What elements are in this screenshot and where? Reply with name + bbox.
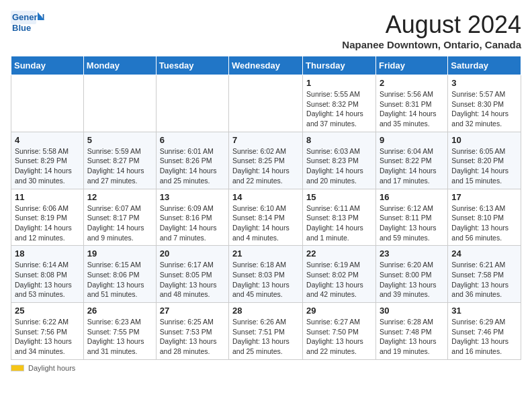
calendar-cell: 4Sunrise: 5:58 AMSunset: 8:29 PMDaylight… xyxy=(11,132,84,189)
weekday-header-wednesday: Wednesday xyxy=(229,56,303,75)
calendar-cell xyxy=(156,75,228,132)
day-info: Sunrise: 6:01 AMSunset: 8:26 PMDaylight:… xyxy=(160,146,225,186)
day-info: Sunrise: 6:19 AMSunset: 8:02 PMDaylight:… xyxy=(306,260,372,300)
day-number: 24 xyxy=(451,248,517,259)
calendar-cell: 10Sunrise: 6:05 AMSunset: 8:20 PMDayligh… xyxy=(448,132,521,189)
day-number: 2 xyxy=(380,78,444,88)
calendar-cell: 24Sunrise: 6:21 AMSunset: 7:58 PMDayligh… xyxy=(448,246,521,303)
day-info: Sunrise: 6:17 AMSunset: 8:05 PMDaylight:… xyxy=(160,260,225,300)
day-info: Sunrise: 6:04 AMSunset: 8:22 PMDaylight:… xyxy=(380,146,444,186)
day-info: Sunrise: 6:11 AMSunset: 8:13 PMDaylight:… xyxy=(306,203,372,243)
month-title: August 2024 xyxy=(342,11,521,39)
day-info: Sunrise: 6:10 AMSunset: 8:14 PMDaylight:… xyxy=(232,203,299,243)
day-info: Sunrise: 6:25 AMSunset: 7:53 PMDaylight:… xyxy=(160,317,225,357)
day-info: Sunrise: 5:55 AMSunset: 8:32 PMDaylight:… xyxy=(306,89,372,129)
calendar-cell: 14Sunrise: 6:10 AMSunset: 8:14 PMDayligh… xyxy=(229,189,303,246)
day-number: 3 xyxy=(451,78,517,88)
day-number: 7 xyxy=(232,135,299,145)
day-number: 27 xyxy=(160,306,225,316)
calendar-cell xyxy=(83,75,156,132)
day-info: Sunrise: 6:14 AMSunset: 8:08 PMDaylight:… xyxy=(15,260,80,300)
day-info: Sunrise: 5:56 AMSunset: 8:31 PMDaylight:… xyxy=(380,89,444,129)
day-number: 23 xyxy=(380,248,444,259)
day-number: 15 xyxy=(306,192,372,202)
calendar-cell: 21Sunrise: 6:18 AMSunset: 8:03 PMDayligh… xyxy=(229,246,303,303)
day-info: Sunrise: 6:29 AMSunset: 7:46 PMDaylight:… xyxy=(451,317,517,357)
calendar-cell: 6Sunrise: 6:01 AMSunset: 8:26 PMDaylight… xyxy=(156,132,228,189)
day-info: Sunrise: 6:28 AMSunset: 7:48 PMDaylight:… xyxy=(380,317,444,357)
day-number: 1 xyxy=(306,78,372,88)
day-info: Sunrise: 6:21 AMSunset: 7:58 PMDaylight:… xyxy=(451,260,517,300)
day-number: 6 xyxy=(160,135,225,145)
day-info: Sunrise: 6:09 AMSunset: 8:16 PMDaylight:… xyxy=(160,203,225,243)
weekday-header-sunday: Sunday xyxy=(11,56,84,75)
day-number: 12 xyxy=(87,192,152,202)
weekday-header-tuesday: Tuesday xyxy=(156,56,228,75)
day-number: 19 xyxy=(87,248,152,259)
day-number: 16 xyxy=(380,192,444,202)
day-number: 22 xyxy=(306,248,372,259)
day-number: 13 xyxy=(160,192,225,202)
day-number: 29 xyxy=(306,306,372,316)
footer: Daylight hours xyxy=(11,364,521,372)
day-info: Sunrise: 6:13 AMSunset: 8:10 PMDaylight:… xyxy=(451,203,517,243)
day-number: 17 xyxy=(451,192,517,202)
day-number: 4 xyxy=(15,135,80,145)
calendar-cell: 16Sunrise: 6:12 AMSunset: 8:11 PMDayligh… xyxy=(375,189,447,246)
day-number: 10 xyxy=(451,135,517,145)
day-number: 28 xyxy=(232,306,299,316)
calendar-cell: 2Sunrise: 5:56 AMSunset: 8:31 PMDaylight… xyxy=(375,75,447,132)
day-info: Sunrise: 5:58 AMSunset: 8:29 PMDaylight:… xyxy=(15,146,80,186)
day-number: 11 xyxy=(15,192,80,202)
day-info: Sunrise: 6:20 AMSunset: 8:00 PMDaylight:… xyxy=(380,260,444,300)
header: General Blue August 2024 Napanee Downtow… xyxy=(11,11,521,50)
weekday-header-saturday: Saturday xyxy=(448,56,521,75)
calendar-cell: 3Sunrise: 5:57 AMSunset: 8:30 PMDaylight… xyxy=(448,75,521,132)
day-info: Sunrise: 5:57 AMSunset: 8:30 PMDaylight:… xyxy=(451,89,517,129)
daylight-label: Daylight hours xyxy=(28,364,75,372)
day-number: 18 xyxy=(15,248,80,259)
calendar: SundayMondayTuesdayWednesdayThursdayFrid… xyxy=(11,56,521,360)
day-number: 30 xyxy=(380,306,444,316)
calendar-cell: 8Sunrise: 6:03 AMSunset: 8:23 PMDaylight… xyxy=(303,132,376,189)
calendar-cell: 1Sunrise: 5:55 AMSunset: 8:32 PMDaylight… xyxy=(303,75,376,132)
day-info: Sunrise: 6:15 AMSunset: 8:06 PMDaylight:… xyxy=(87,260,152,300)
calendar-cell: 5Sunrise: 5:59 AMSunset: 8:27 PMDaylight… xyxy=(83,132,156,189)
calendar-cell: 17Sunrise: 6:13 AMSunset: 8:10 PMDayligh… xyxy=(448,189,521,246)
calendar-cell: 9Sunrise: 6:04 AMSunset: 8:22 PMDaylight… xyxy=(375,132,447,189)
day-info: Sunrise: 6:18 AMSunset: 8:03 PMDaylight:… xyxy=(232,260,299,300)
calendar-cell: 29Sunrise: 6:27 AMSunset: 7:50 PMDayligh… xyxy=(303,303,376,360)
day-number: 31 xyxy=(451,306,517,316)
calendar-cell: 13Sunrise: 6:09 AMSunset: 8:16 PMDayligh… xyxy=(156,189,228,246)
day-info: Sunrise: 6:02 AMSunset: 8:25 PMDaylight:… xyxy=(232,146,299,186)
calendar-cell: 23Sunrise: 6:20 AMSunset: 8:00 PMDayligh… xyxy=(375,246,447,303)
day-number: 14 xyxy=(232,192,299,202)
title-area: August 2024 Napanee Downtown, Ontario, C… xyxy=(342,11,521,50)
calendar-cell: 28Sunrise: 6:26 AMSunset: 7:51 PMDayligh… xyxy=(229,303,303,360)
calendar-cell: 19Sunrise: 6:15 AMSunset: 8:06 PMDayligh… xyxy=(83,246,156,303)
day-number: 5 xyxy=(87,135,152,145)
calendar-cell: 22Sunrise: 6:19 AMSunset: 8:02 PMDayligh… xyxy=(303,246,376,303)
day-info: Sunrise: 6:27 AMSunset: 7:50 PMDaylight:… xyxy=(306,317,372,357)
day-number: 9 xyxy=(380,135,444,145)
calendar-cell: 27Sunrise: 6:25 AMSunset: 7:53 PMDayligh… xyxy=(156,303,228,360)
day-info: Sunrise: 6:12 AMSunset: 8:11 PMDaylight:… xyxy=(380,203,444,243)
day-info: Sunrise: 6:06 AMSunset: 8:19 PMDaylight:… xyxy=(15,203,80,243)
weekday-header-thursday: Thursday xyxy=(303,56,376,75)
day-info: Sunrise: 6:23 AMSunset: 7:55 PMDaylight:… xyxy=(87,317,152,357)
logo: General Blue xyxy=(11,11,46,40)
calendar-cell: 25Sunrise: 6:22 AMSunset: 7:56 PMDayligh… xyxy=(11,303,84,360)
calendar-cell: 26Sunrise: 6:23 AMSunset: 7:55 PMDayligh… xyxy=(83,303,156,360)
calendar-cell: 30Sunrise: 6:28 AMSunset: 7:48 PMDayligh… xyxy=(375,303,447,360)
day-info: Sunrise: 6:26 AMSunset: 7:51 PMDaylight:… xyxy=(232,317,299,357)
location-title: Napanee Downtown, Ontario, Canada xyxy=(342,39,521,50)
day-number: 8 xyxy=(306,135,372,145)
day-number: 21 xyxy=(232,248,299,259)
day-info: Sunrise: 5:59 AMSunset: 8:27 PMDaylight:… xyxy=(87,146,152,186)
day-number: 20 xyxy=(160,248,225,259)
calendar-cell: 20Sunrise: 6:17 AMSunset: 8:05 PMDayligh… xyxy=(156,246,228,303)
calendar-cell: 12Sunrise: 6:07 AMSunset: 8:17 PMDayligh… xyxy=(83,189,156,246)
calendar-cell: 31Sunrise: 6:29 AMSunset: 7:46 PMDayligh… xyxy=(448,303,521,360)
weekday-header-friday: Friday xyxy=(375,56,447,75)
day-info: Sunrise: 6:07 AMSunset: 8:17 PMDaylight:… xyxy=(87,203,152,243)
